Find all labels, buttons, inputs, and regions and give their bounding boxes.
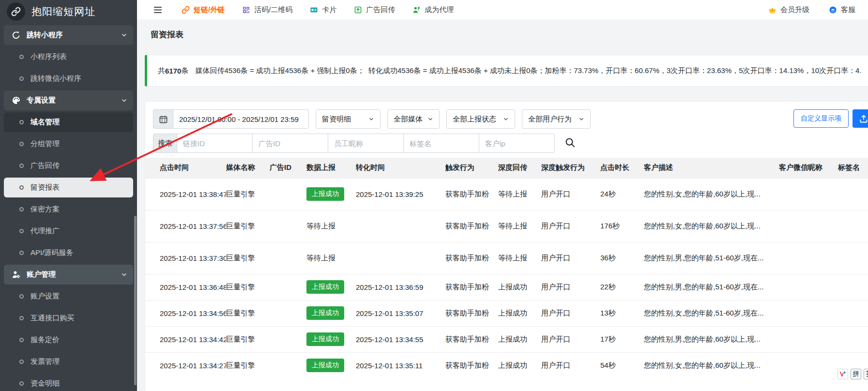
- nav-item-label: 卡片: [322, 5, 336, 15]
- logo-badge: [7, 2, 25, 21]
- sidebar-item-label: 保密方案: [30, 205, 60, 214]
- customer-ip-input[interactable]: [479, 134, 555, 153]
- cell-description: 您的性别,女,您的年龄,60岁以上,现...: [644, 178, 779, 210]
- cell-deep_trigger: 用户开口: [541, 210, 600, 242]
- cell-trigger: 获客助手加粉: [445, 274, 498, 300]
- sidebar-item-account-settings[interactable]: 账户设置: [4, 286, 133, 306]
- hamburger-menu-icon[interactable]: [152, 5, 163, 15]
- summary-text: 共6170条媒体回传4536条 = 成功上报4536条 + 强制上报0条； 转化…: [158, 66, 862, 75]
- sidebar-item-ad-callback[interactable]: 广告回传: [4, 156, 133, 176]
- nav-ad-callback[interactable]: 广告回传: [354, 5, 395, 15]
- app-title: 抱阳缩短网址: [31, 5, 95, 18]
- page-title: 留资报表: [151, 29, 868, 40]
- sidebar-item-fund-details[interactable]: 资金明细: [4, 374, 133, 391]
- calendar-icon: [159, 115, 168, 124]
- nav-item-label: 会员升级: [780, 5, 809, 15]
- bullet-icon: [19, 55, 24, 59]
- sidebar-group-label: 专属设置: [27, 96, 56, 105]
- ime-pinyin[interactable]: 拼: [851, 369, 861, 379]
- sidebar-group-account-management[interactable]: 账户管理: [4, 265, 133, 285]
- sidebar-item-lead-report[interactable]: 留资报表: [4, 178, 133, 197]
- chevron-down-icon: [579, 116, 584, 122]
- report-status-badge: 上报成功: [306, 306, 344, 320]
- nav-short-link[interactable]: 短链/外链: [182, 5, 225, 15]
- ime-bar: 拼 英: [838, 369, 868, 379]
- nav-qrcode[interactable]: 活码/二维码: [242, 5, 292, 15]
- sidebar-item-jump-wechat-miniprogram[interactable]: 跳转微信小程序: [4, 69, 133, 89]
- cell-ad_id: [270, 352, 306, 378]
- cell-convert_time: 2025-12-01 13:36:59: [356, 274, 445, 300]
- become-agent-icon: [412, 6, 421, 14]
- cell-deep_trigger: 用户开口: [541, 326, 600, 352]
- cell-description: 您的性别,男,您的年龄,51-60岁,现在...: [644, 274, 779, 300]
- member-upgrade-link[interactable]: 会员升级: [768, 5, 809, 15]
- cell-duration: 36秒: [600, 242, 644, 274]
- cell-ad_id: [270, 326, 306, 352]
- report-status-badge: 上报成功: [306, 280, 344, 294]
- date-range-input[interactable]: [173, 109, 309, 129]
- chevron-down-icon: [503, 116, 509, 122]
- sidebar-item-interconnect-purchase[interactable]: 互通接口购买: [4, 308, 133, 328]
- customer-service-icon: [829, 6, 837, 14]
- summary-total: 6170: [165, 67, 181, 75]
- sidebar-menu: 跳转小程序小程序列表跳转微信小程序专属设置域名管理分组管理广告回传留资报表保密方…: [0, 25, 137, 391]
- sidebar-item-agent-promotion[interactable]: 代理推广: [4, 221, 133, 241]
- sidebar-group-jump-miniprogram[interactable]: 跳转小程序: [4, 25, 133, 45]
- cell-deep_report: 等待上报: [498, 178, 541, 210]
- nav-become-agent[interactable]: 成为代理: [412, 5, 454, 15]
- sidebar-scrollbar[interactable]: [134, 216, 137, 385]
- cell-click_time: 2025-12-01 13:34:27: [145, 352, 226, 378]
- sidebar-item-api-source-service[interactable]: API/源码服务: [4, 243, 133, 263]
- link-icon: [182, 6, 190, 14]
- bullet-icon: [19, 185, 24, 190]
- link-id-input[interactable]: [177, 134, 253, 153]
- upload-icon: [859, 114, 868, 123]
- cell-deep_report: 上报成功: [498, 274, 541, 300]
- cell-wechat_nickname: [779, 274, 838, 300]
- sidebar-item-domain-management[interactable]: 域名管理: [4, 112, 133, 132]
- ad-return-icon: [354, 6, 362, 14]
- cell-convert_time: [356, 210, 445, 242]
- nav-menu: 短链/外链活码/二维码卡片广告回传成为代理: [182, 5, 454, 15]
- cell-trigger: 获客助手加粉: [445, 326, 498, 352]
- cell-tag: [838, 210, 868, 242]
- chevron-down-icon: [427, 116, 433, 122]
- user-behavior-select[interactable]: 全部用户行为: [522, 109, 591, 129]
- report-status-select[interactable]: 全部上报状态: [446, 109, 515, 129]
- sidebar-item-label: 广告回传: [30, 161, 60, 170]
- col-convert_time: 转化时间: [356, 158, 445, 178]
- sidebar-item-miniprogram-list[interactable]: 小程序列表: [4, 47, 133, 67]
- export-button[interactable]: [853, 109, 868, 128]
- sidebar-item-label: 代理推广: [30, 226, 60, 236]
- nav-card[interactable]: 卡片: [310, 5, 336, 15]
- sidebar-item-group-management[interactable]: 分组管理: [4, 134, 133, 154]
- sidebar-item-invoice-management[interactable]: 发票管理: [4, 352, 133, 372]
- chevron-down-icon: [121, 97, 127, 104]
- ad-id-input[interactable]: [252, 134, 328, 153]
- cell-ad_id: [270, 210, 306, 242]
- cell-trigger: 获客助手加粉: [445, 242, 498, 274]
- search-button[interactable]: [563, 137, 576, 150]
- ime-icon[interactable]: [838, 369, 848, 379]
- sidebar-item-privacy-plan[interactable]: 保密方案: [4, 199, 133, 219]
- cell-ad_id: [270, 242, 306, 274]
- sidebar-item-service-pricing[interactable]: 服务定价: [4, 330, 133, 350]
- search-row: 搜索: [153, 134, 868, 153]
- tag-name-input[interactable]: [403, 134, 479, 153]
- ime-english[interactable]: 英: [864, 369, 868, 379]
- sidebar-group-exclusive-settings[interactable]: 专属设置: [4, 90, 133, 110]
- cell-tag: [838, 300, 868, 326]
- media-select[interactable]: 全部媒体: [387, 109, 440, 129]
- staff-nickname-input[interactable]: [328, 134, 404, 153]
- filter-selects: 留资明细全部媒体全部上报状态全部用户行为: [316, 109, 591, 129]
- report-type-select[interactable]: 留资明细: [316, 109, 381, 129]
- app-logo[interactable]: 抱阳缩短网址: [0, 0, 137, 23]
- top-navbar: 短链/外链活码/二维码卡片广告回传成为代理 会员升级客服: [137, 0, 868, 19]
- cell-deep_report: 上报成功: [498, 352, 541, 378]
- customize-columns-button[interactable]: 自定义显示项: [793, 109, 849, 128]
- customer-service-link[interactable]: 客服: [829, 5, 855, 15]
- calendar-button[interactable]: [153, 109, 173, 129]
- summary-suffix: 条: [181, 66, 188, 75]
- cell-duration: 22秒: [600, 274, 644, 300]
- cell-media: 巨量引擎: [226, 210, 270, 242]
